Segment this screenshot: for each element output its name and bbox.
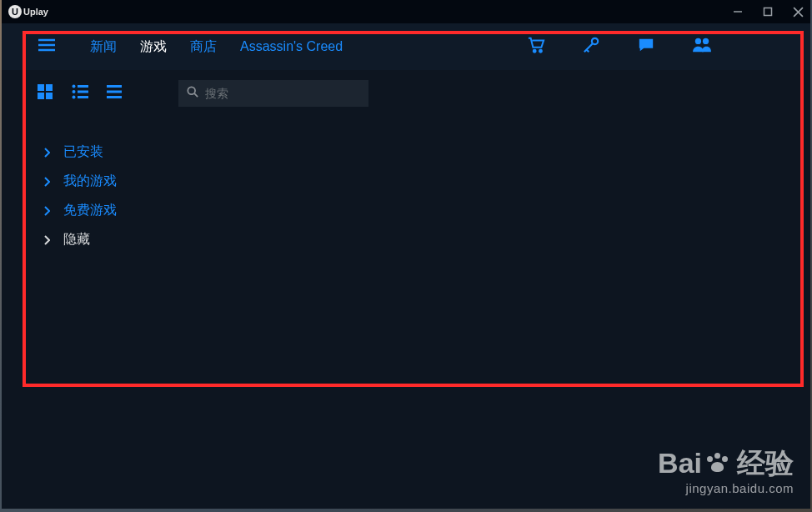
chevron-right-icon xyxy=(43,148,52,158)
minimize-button[interactable] xyxy=(733,7,743,17)
svg-rect-15 xyxy=(46,93,53,99)
toolbar xyxy=(2,70,810,117)
svg-point-11 xyxy=(703,38,709,44)
app-logo: U Uplay xyxy=(8,5,48,18)
nav-featured[interactable]: Assassin's Creed xyxy=(240,39,343,54)
watermark-brand2: 经验 xyxy=(737,444,794,483)
svg-rect-1 xyxy=(764,8,772,16)
logo-icon: U xyxy=(8,5,22,18)
titlebar: U Uplay xyxy=(2,0,810,23)
svg-rect-23 xyxy=(107,91,122,93)
category-list: 已安装 我的游戏 免费游戏 隐藏 xyxy=(2,117,810,248)
category-my-games[interactable]: 我的游戏 xyxy=(43,173,810,190)
svg-rect-21 xyxy=(78,96,88,98)
search-box[interactable] xyxy=(178,80,368,107)
menu-icon[interactable] xyxy=(38,38,55,55)
svg-rect-24 xyxy=(107,96,122,98)
friends-icon[interactable] xyxy=(692,37,712,57)
category-installed[interactable]: 已安装 xyxy=(43,143,810,161)
paw-icon xyxy=(707,453,732,473)
nav-icons xyxy=(527,37,795,57)
window-controls xyxy=(733,7,804,18)
watermark-brand: Bai xyxy=(658,447,702,479)
svg-rect-13 xyxy=(46,84,53,91)
svg-point-16 xyxy=(73,85,76,88)
svg-line-26 xyxy=(194,93,198,97)
chat-icon[interactable] xyxy=(637,37,655,57)
category-free-games[interactable]: 免费游戏 xyxy=(43,202,810,219)
nav-store[interactable]: 商店 xyxy=(190,38,217,56)
watermark-url: jingyan.baidu.com xyxy=(658,481,794,495)
category-hidden[interactable]: 隐藏 xyxy=(43,231,810,248)
category-label: 已安装 xyxy=(63,143,103,161)
svg-point-8 xyxy=(539,50,542,53)
nav-news[interactable]: 新闻 xyxy=(90,38,117,56)
logo-text: Uplay xyxy=(23,7,48,17)
search-input[interactable] xyxy=(205,87,360,100)
main-nav: 新闻 游戏 商店 Assassin's Creed xyxy=(2,23,810,70)
svg-rect-14 xyxy=(38,93,44,99)
svg-rect-12 xyxy=(38,84,44,91)
cart-icon[interactable] xyxy=(527,37,545,57)
key-icon[interactable] xyxy=(582,37,600,57)
app-window: U Uplay 新闻 游戏 商店 Assassin's Creed xyxy=(2,0,810,509)
chevron-down-icon xyxy=(43,235,52,245)
grid-view-icon[interactable] xyxy=(37,83,53,103)
svg-point-9 xyxy=(592,38,598,44)
detail-view-icon[interactable] xyxy=(72,84,88,103)
svg-point-10 xyxy=(695,38,701,44)
chevron-right-icon xyxy=(43,177,52,187)
nav-games[interactable]: 游戏 xyxy=(140,38,167,56)
close-button[interactable] xyxy=(793,7,804,18)
maximize-button[interactable] xyxy=(763,7,773,17)
category-label: 隐藏 xyxy=(63,231,90,248)
svg-point-20 xyxy=(73,96,76,99)
list-view-icon[interactable] xyxy=(107,85,122,102)
category-label: 免费游戏 xyxy=(63,202,117,219)
svg-rect-19 xyxy=(78,91,88,93)
view-switcher xyxy=(37,83,122,103)
svg-rect-22 xyxy=(107,85,122,88)
svg-point-18 xyxy=(73,90,76,93)
watermark: Bai 经验 jingyan.baidu.com xyxy=(658,444,794,495)
svg-rect-17 xyxy=(78,85,88,88)
svg-point-25 xyxy=(188,87,195,94)
nav-items: 新闻 游戏 商店 Assassin's Creed xyxy=(90,38,343,56)
svg-point-7 xyxy=(534,50,536,53)
chevron-right-icon xyxy=(43,206,52,216)
category-label: 我的游戏 xyxy=(63,173,117,190)
search-icon xyxy=(187,86,198,101)
